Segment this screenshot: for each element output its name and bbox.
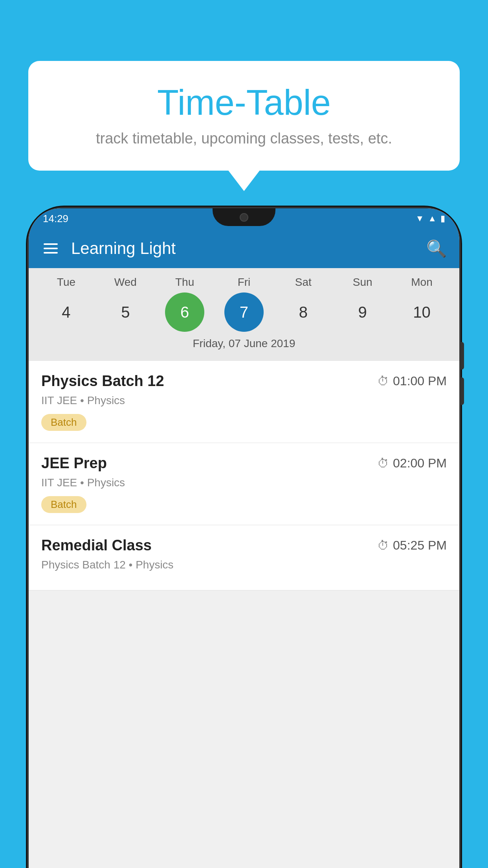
clock-icon-3: ⏱ (377, 539, 389, 552)
signal-icon: ▲ (428, 213, 437, 224)
bubble-subtitle: track timetable, upcoming classes, tests… (52, 130, 436, 147)
day-num-6-today[interactable]: 6 (165, 292, 204, 332)
schedule-item-2-name: JEE Prep (41, 455, 107, 472)
day-num-8[interactable]: 8 (284, 292, 323, 332)
day-name-mon: Mon (398, 276, 445, 289)
selected-date-label: Friday, 07 June 2019 (37, 332, 451, 356)
calendar-strip: Tue Wed Thu Fri Sat Sun Mon 4 5 6 7 8 9 … (29, 268, 459, 361)
schedule-item-2-header: JEE Prep ⏱ 02:00 PM (41, 455, 447, 472)
wifi-icon: ▼ (415, 213, 424, 224)
schedule-item-2-time: ⏱ 02:00 PM (377, 456, 447, 471)
schedule-item-2[interactable]: JEE Prep ⏱ 02:00 PM IIT JEE • Physics Ba… (29, 443, 459, 525)
schedule-item-2-badge: Batch (41, 496, 86, 513)
phone-container: 14:29 ▼ ▲ ▮ Learning Light 🔍 (29, 208, 459, 868)
day-num-4[interactable]: 4 (46, 292, 86, 332)
day-name-thu: Thu (161, 276, 208, 289)
day-name-wed: Wed (102, 276, 149, 289)
side-button-2 (459, 377, 464, 405)
hamburger-menu-icon[interactable] (41, 241, 60, 256)
side-buttons (459, 342, 464, 405)
schedule-item-3[interactable]: Remedial Class ⏱ 05:25 PM Physics Batch … (29, 525, 459, 590)
phone-notch (213, 208, 275, 226)
schedule-item-1-name: Physics Batch 12 (41, 373, 164, 390)
clock-icon-2: ⏱ (377, 457, 389, 470)
day-numbers-row: 4 5 6 7 8 9 10 (37, 292, 451, 332)
side-button-1 (459, 342, 464, 370)
day-num-5[interactable]: 5 (106, 292, 145, 332)
schedule-item-1-header: Physics Batch 12 ⏱ 01:00 PM (41, 373, 447, 390)
phone-camera (240, 213, 248, 222)
schedule-list: Physics Batch 12 ⏱ 01:00 PM IIT JEE • Ph… (29, 361, 459, 590)
day-name-sun: Sun (339, 276, 386, 289)
search-icon[interactable]: 🔍 (426, 239, 447, 258)
bubble-title: Time-Table (52, 83, 436, 123)
day-name-fri: Fri (220, 276, 268, 289)
day-num-7-selected[interactable]: 7 (224, 292, 264, 332)
battery-icon: ▮ (440, 213, 445, 224)
clock-icon-1: ⏱ (377, 375, 389, 388)
day-name-tue: Tue (42, 276, 90, 289)
schedule-item-3-header: Remedial Class ⏱ 05:25 PM (41, 537, 447, 554)
schedule-item-2-subject: IIT JEE • Physics (41, 476, 447, 489)
status-icons: ▼ ▲ ▮ (415, 213, 445, 224)
schedule-item-3-subject: Physics Batch 12 • Physics (41, 559, 447, 571)
app-title: Learning Light (71, 239, 415, 258)
day-name-sat: Sat (280, 276, 327, 289)
schedule-item-3-time: ⏱ 05:25 PM (377, 538, 447, 553)
status-time: 14:29 (43, 213, 68, 225)
day-num-9[interactable]: 9 (343, 292, 382, 332)
schedule-item-1-subject: IIT JEE • Physics (41, 394, 447, 407)
day-num-10[interactable]: 10 (402, 292, 441, 332)
speech-bubble-card: Time-Table track timetable, upcoming cla… (28, 61, 460, 171)
app-bar: Learning Light 🔍 (29, 229, 459, 268)
schedule-item-1[interactable]: Physics Batch 12 ⏱ 01:00 PM IIT JEE • Ph… (29, 361, 459, 443)
day-names-row: Tue Wed Thu Fri Sat Sun Mon (37, 276, 451, 289)
schedule-item-3-name: Remedial Class (41, 537, 152, 554)
phone-frame: 14:29 ▼ ▲ ▮ Learning Light 🔍 (29, 208, 459, 868)
schedule-item-1-badge: Batch (41, 414, 86, 431)
phone-screen: 14:29 ▼ ▲ ▮ Learning Light 🔍 (29, 208, 459, 868)
schedule-item-1-time: ⏱ 01:00 PM (377, 374, 447, 388)
